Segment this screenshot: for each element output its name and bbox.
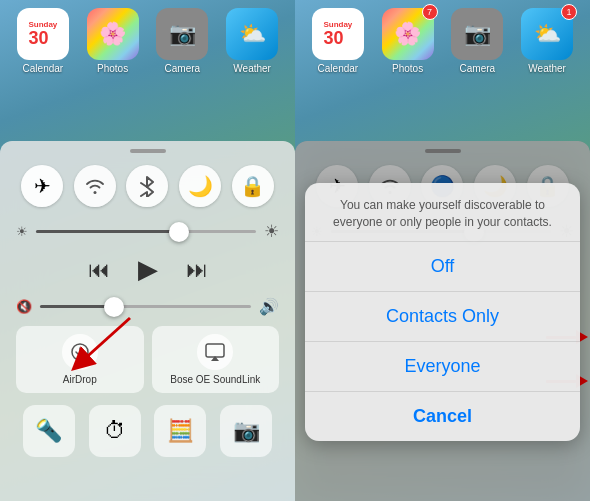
- drag-handle-left: [130, 149, 166, 153]
- camera-app: 📷 Camera: [156, 8, 208, 74]
- media-controls-row: ⏮ ▶ ⏭: [16, 254, 279, 285]
- rotation-lock-toggle-left[interactable]: 🔒: [232, 165, 274, 207]
- airplane-mode-toggle[interactable]: ✈: [21, 165, 63, 207]
- photos-app-label: Photos: [97, 63, 128, 74]
- calendar-icon-right: Sunday 30: [312, 8, 364, 60]
- brightness-track[interactable]: [36, 230, 256, 233]
- calendar-date-label: 30: [28, 29, 57, 47]
- camera-button[interactable]: 📷: [220, 405, 272, 457]
- app-icons-left: Sunday 30 Calendar 🌸 Photos 📷 Camera ⛅ W…: [0, 0, 295, 100]
- popup-description: You can make yourself discoverable to ev…: [305, 183, 580, 242]
- weather-app-label: Weather: [233, 63, 271, 74]
- camera-app-right: 📷 Camera: [451, 8, 503, 74]
- camera-icon: 📷: [156, 8, 208, 60]
- calendar-icon: Sunday 30: [17, 8, 69, 60]
- airdrop-label: AirDrop: [63, 374, 97, 385]
- airplay-icon: [197, 334, 233, 370]
- airdrop-popup: You can make yourself discoverable to ev…: [305, 183, 580, 441]
- timer-button[interactable]: ⏱: [89, 405, 141, 457]
- airdrop-off-option[interactable]: Off: [305, 242, 580, 292]
- weather-app: ⛅ Weather: [226, 8, 278, 74]
- app-icons-right: Sunday 30 Calendar 🌸 7 Photos 📷 Camera: [295, 0, 590, 100]
- airdrop-cancel-option[interactable]: Cancel: [305, 392, 580, 441]
- next-track-button[interactable]: ⏭: [186, 257, 208, 283]
- calendar-app: Sunday 30 Calendar: [17, 8, 69, 74]
- left-panel: Sunday 30 Calendar 🌸 Photos 📷 Camera ⛅ W…: [0, 0, 295, 501]
- photos-label-right: Photos: [392, 63, 423, 74]
- drag-handle-right: [425, 149, 461, 153]
- prev-track-button[interactable]: ⏮: [88, 257, 110, 283]
- calendar-app-right: Sunday 30 Calendar: [312, 8, 364, 74]
- photos-app-right: 🌸 7 Photos: [382, 8, 434, 74]
- airdrop-icon: [62, 334, 98, 370]
- weather-label-right: Weather: [528, 63, 566, 74]
- brightness-high-icon: ☀: [264, 221, 279, 242]
- airdrop-button[interactable]: AirDrop: [16, 326, 144, 393]
- svg-rect-1: [206, 344, 224, 357]
- weather-icon-right: ⛅ 1: [521, 8, 573, 60]
- do-not-disturb-toggle-left[interactable]: 🌙: [179, 165, 221, 207]
- play-pause-button[interactable]: ▶: [138, 254, 158, 285]
- airdrop-airplay-row: AirDrop Bose OE SoundLink: [16, 326, 279, 393]
- airplay-button[interactable]: Bose OE SoundLink: [152, 326, 280, 393]
- calendar-label-right: Calendar: [318, 63, 359, 74]
- photos-icon: 🌸: [87, 8, 139, 60]
- photos-app: 🌸 Photos: [87, 8, 139, 74]
- weather-app-right: ⛅ 1 Weather: [521, 8, 573, 74]
- flashlight-button[interactable]: 🔦: [23, 405, 75, 457]
- volume-high-icon: 🔊: [259, 297, 279, 316]
- camera-icon-right: 📷: [451, 8, 503, 60]
- weather-badge: 1: [561, 4, 577, 20]
- wifi-toggle-left[interactable]: [74, 165, 116, 207]
- photos-icon-right: 🌸 7: [382, 8, 434, 60]
- bottom-tools-row: 🔦 ⏱ 🧮 📷: [16, 405, 279, 457]
- bluetooth-toggle-left[interactable]: [126, 165, 168, 207]
- volume-slider-row: 🔇 🔊: [16, 297, 279, 316]
- airplay-label: Bose OE SoundLink: [170, 374, 260, 385]
- camera-label-right: Camera: [460, 63, 496, 74]
- airdrop-contacts-only-option[interactable]: Contacts Only: [305, 292, 580, 342]
- volume-low-icon: 🔇: [16, 299, 32, 314]
- weather-icon: ⛅: [226, 8, 278, 60]
- calendar-app-label: Calendar: [23, 63, 64, 74]
- camera-app-label: Camera: [165, 63, 201, 74]
- calculator-button[interactable]: 🧮: [154, 405, 206, 457]
- brightness-slider-row: ☀ ☀: [16, 221, 279, 242]
- control-center-left: ✈ 🌙 🔒 ☀: [0, 141, 295, 501]
- volume-track[interactable]: [40, 305, 251, 308]
- brightness-low-icon: ☀: [16, 224, 28, 239]
- airdrop-everyone-option[interactable]: Everyone: [305, 342, 580, 392]
- toggle-row-left: ✈ 🌙 🔒: [16, 165, 279, 207]
- photos-badge: 7: [422, 4, 438, 20]
- right-panel: Sunday 30 Calendar 🌸 7 Photos 📷 Camera: [295, 0, 590, 501]
